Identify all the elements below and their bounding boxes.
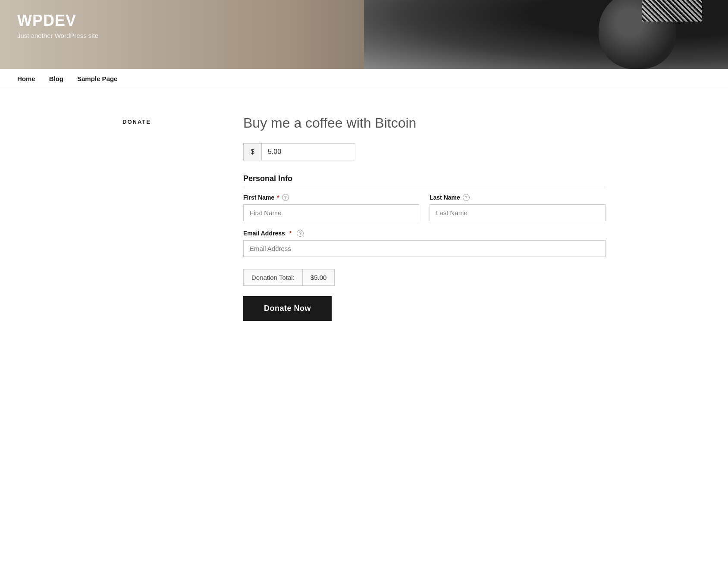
personal-info-section: Personal Info First Name * ? Last Name ? [243, 174, 606, 257]
first-name-label-text: First Name [243, 194, 274, 201]
donation-total-value: $5.00 [303, 269, 335, 286]
email-label: Email Address * ? [243, 230, 606, 237]
last-name-input[interactable] [430, 204, 606, 221]
nav-item-blog[interactable]: Blog [49, 75, 63, 83]
nav-link-sample-page[interactable]: Sample Page [77, 75, 117, 82]
first-name-label: First Name * ? [243, 194, 419, 201]
last-name-label: Last Name ? [430, 194, 606, 201]
personal-info-title: Personal Info [243, 174, 606, 187]
site-header: WPDEV Just another WordPress site [0, 0, 728, 69]
nav-link-blog[interactable]: Blog [49, 75, 63, 82]
site-nav: Home Blog Sample Page [0, 69, 728, 89]
last-name-help-icon[interactable]: ? [463, 194, 470, 201]
nav-link-home[interactable]: Home [17, 75, 35, 82]
amount-input-group: $ [243, 143, 355, 160]
donation-total-label: Donation Total: [243, 269, 303, 286]
site-tagline: Just another WordPress site [17, 32, 98, 39]
nav-item-home[interactable]: Home [17, 75, 35, 83]
main-content: DONATE Buy me a coffee with Bitcoin $ Pe… [105, 89, 623, 347]
first-name-input[interactable] [243, 204, 419, 221]
last-name-group: Last Name ? [430, 194, 606, 221]
header-cloth-decoration [642, 0, 702, 22]
donate-sidebar-label: DONATE [122, 119, 209, 125]
email-label-text: Email Address [243, 230, 285, 237]
first-name-group: First Name * ? [243, 194, 419, 221]
first-name-help-icon[interactable]: ? [282, 194, 289, 201]
nav-list: Home Blog Sample Page [17, 75, 711, 83]
site-title: WPDEV [17, 12, 98, 29]
donation-form-area: Buy me a coffee with Bitcoin $ Personal … [243, 115, 606, 321]
nav-item-sample-page[interactable]: Sample Page [77, 75, 117, 83]
donate-now-button[interactable]: Donate Now [243, 296, 332, 321]
email-input[interactable] [243, 240, 606, 257]
last-name-label-text: Last Name [430, 194, 460, 201]
sidebar: DONATE [122, 115, 209, 321]
email-required: * [289, 230, 292, 237]
email-field-row: Email Address * ? [243, 230, 606, 257]
donation-total-row: Donation Total: $5.00 [243, 269, 335, 286]
amount-input[interactable] [261, 143, 355, 160]
first-name-required: * [277, 194, 279, 201]
email-help-icon[interactable]: ? [297, 230, 304, 237]
site-branding: WPDEV Just another WordPress site [17, 12, 98, 39]
currency-prefix: $ [243, 143, 261, 160]
form-title: Buy me a coffee with Bitcoin [243, 115, 606, 131]
name-field-row: First Name * ? Last Name ? [243, 194, 606, 221]
